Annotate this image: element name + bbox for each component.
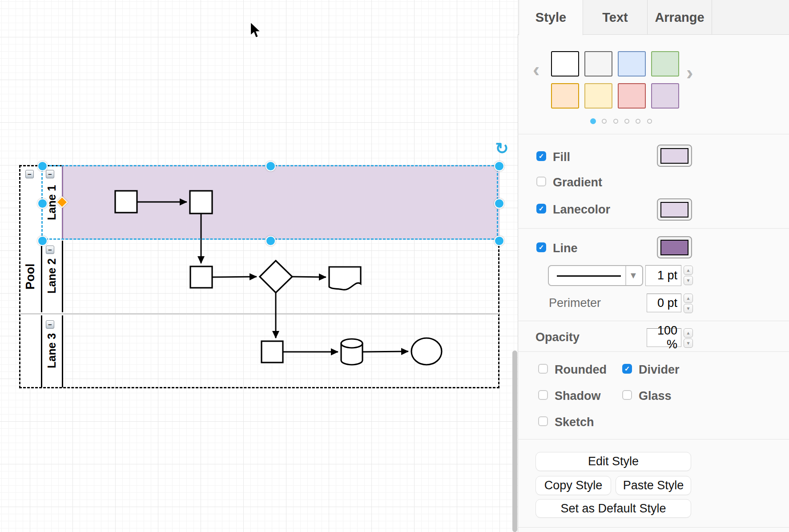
shadow-checkbox[interactable] bbox=[538, 390, 548, 400]
section-divider bbox=[518, 351, 789, 352]
presets-prev-icon[interactable]: ‹ bbox=[533, 59, 539, 80]
rotate-handle-icon[interactable]: ↻ bbox=[495, 141, 508, 157]
line-color-button[interactable] bbox=[657, 236, 692, 258]
selection-handle-w[interactable] bbox=[37, 198, 48, 209]
gradient-checkbox[interactable] bbox=[536, 177, 546, 186]
lanecolor-label: Lanecolor bbox=[553, 204, 610, 216]
selection-handle-n[interactable] bbox=[266, 161, 276, 171]
preset-swatch-gray[interactable] bbox=[584, 51, 612, 77]
flow-arrow-4[interactable] bbox=[292, 277, 326, 277]
section-divider bbox=[518, 439, 789, 439]
database-shape-top[interactable] bbox=[341, 339, 362, 348]
step-up-icon[interactable]: ▲ bbox=[684, 294, 693, 303]
pager-dot-5[interactable] bbox=[636, 119, 640, 124]
chevron-down-icon: ▼ bbox=[629, 270, 638, 281]
preset-swatch-red[interactable] bbox=[618, 83, 646, 109]
line-width-stepper[interactable]: ▲ ▼ bbox=[684, 266, 693, 285]
fill-checkbox[interactable]: ✓ bbox=[536, 151, 546, 161]
opacity-label: Opacity bbox=[535, 331, 580, 343]
section-divider bbox=[518, 228, 789, 229]
line-checkbox[interactable]: ✓ bbox=[536, 242, 546, 252]
opacity-stepper[interactable]: ▲ ▼ bbox=[684, 328, 693, 348]
flow-arrow-7[interactable] bbox=[362, 351, 408, 352]
end-event-shape[interactable] bbox=[411, 338, 442, 365]
line-width-input[interactable]: 1 pt bbox=[645, 265, 681, 286]
step-up-icon[interactable]: ▲ bbox=[684, 328, 693, 338]
document-shape[interactable] bbox=[329, 267, 361, 290]
selection-handle-s[interactable] bbox=[266, 236, 276, 246]
pager-dot-2[interactable] bbox=[602, 119, 607, 124]
preset-swatch-orange[interactable] bbox=[551, 83, 579, 109]
pager-dot-6[interactable] bbox=[647, 119, 652, 124]
preset-swatch-white[interactable] bbox=[551, 51, 579, 77]
fill-label: Fill bbox=[553, 151, 570, 163]
pager-dot-4[interactable] bbox=[624, 119, 629, 124]
divider-label: Divider bbox=[639, 364, 680, 376]
tab-style[interactable]: Style bbox=[519, 0, 583, 35]
selection-handle-e[interactable] bbox=[494, 198, 504, 209]
sketch-checkbox[interactable] bbox=[538, 416, 548, 426]
fill-color-preview bbox=[660, 148, 688, 164]
selection-handle-se[interactable] bbox=[494, 236, 504, 246]
lane1-selection-outline bbox=[41, 165, 498, 240]
edit-style-button[interactable]: Edit Style bbox=[535, 452, 691, 471]
selection-handle-ne[interactable] bbox=[494, 161, 504, 171]
glass-checkbox[interactable] bbox=[622, 390, 632, 400]
pager-dot-1[interactable] bbox=[590, 118, 596, 124]
set-default-style-button[interactable]: Set as Default Style bbox=[535, 499, 691, 518]
step-up-icon[interactable]: ▲ bbox=[684, 266, 693, 275]
tab-text[interactable]: Text bbox=[583, 0, 648, 35]
glass-label: Glass bbox=[639, 390, 672, 402]
rounded-label: Rounded bbox=[555, 364, 607, 376]
drawing-canvas[interactable]: Pool Lane 1 Lane 2 Lane 3 − − − − bbox=[0, 0, 518, 532]
gradient-label: Gradient bbox=[553, 177, 602, 189]
step-down-icon[interactable]: ▼ bbox=[684, 339, 693, 348]
sketch-label: Sketch bbox=[555, 416, 594, 428]
presets-next-icon[interactable]: › bbox=[686, 62, 693, 83]
flow-arrow-3[interactable] bbox=[212, 277, 257, 277]
perimeter-input[interactable]: 0 pt bbox=[647, 294, 681, 312]
task-shape-3[interactable] bbox=[190, 266, 212, 288]
line-style-preview bbox=[557, 275, 621, 277]
flow-shapes-layer bbox=[0, 0, 518, 532]
lanecolor-color-preview bbox=[660, 202, 688, 218]
pager-dot-3[interactable] bbox=[613, 119, 618, 124]
opacity-input[interactable]: 100 % bbox=[647, 328, 681, 347]
selection-handle-nw[interactable] bbox=[37, 161, 48, 171]
preset-swatch-yellow[interactable] bbox=[584, 83, 612, 109]
canvas-vertical-scrollbar[interactable] bbox=[512, 351, 517, 532]
decision-shape[interactable] bbox=[260, 261, 292, 293]
copy-style-button[interactable]: Copy Style bbox=[535, 476, 611, 495]
step-down-icon[interactable]: ▼ bbox=[684, 276, 693, 285]
section-divider bbox=[518, 134, 789, 134]
lanecolor-color-button[interactable] bbox=[657, 198, 692, 221]
lanecolor-checkbox[interactable]: ✓ bbox=[536, 204, 546, 214]
perimeter-label: Perimeter bbox=[549, 297, 601, 309]
section-divider bbox=[518, 527, 789, 528]
preset-swatch-purple[interactable] bbox=[651, 83, 679, 109]
divider-checkbox[interactable]: ✓ bbox=[622, 364, 632, 374]
mouse-cursor bbox=[249, 21, 264, 40]
section-divider bbox=[518, 321, 789, 321]
preset-swatch-blue[interactable] bbox=[618, 51, 646, 77]
line-style-dropdown[interactable]: ▼ bbox=[548, 265, 643, 286]
step-down-icon[interactable]: ▼ bbox=[684, 304, 693, 313]
fill-color-button[interactable] bbox=[657, 145, 692, 167]
line-label: Line bbox=[553, 242, 578, 254]
selection-handle-sw[interactable] bbox=[37, 236, 48, 246]
line-color-preview bbox=[660, 240, 688, 255]
paste-style-button[interactable]: Paste Style bbox=[616, 476, 691, 495]
tab-arrange[interactable]: Arrange bbox=[648, 0, 712, 35]
shadow-label: Shadow bbox=[555, 390, 601, 402]
task-shape-4[interactable] bbox=[262, 341, 283, 363]
rounded-checkbox[interactable] bbox=[538, 364, 548, 374]
perimeter-stepper[interactable]: ▲ ▼ bbox=[684, 294, 693, 313]
preset-swatch-green[interactable] bbox=[651, 51, 679, 77]
